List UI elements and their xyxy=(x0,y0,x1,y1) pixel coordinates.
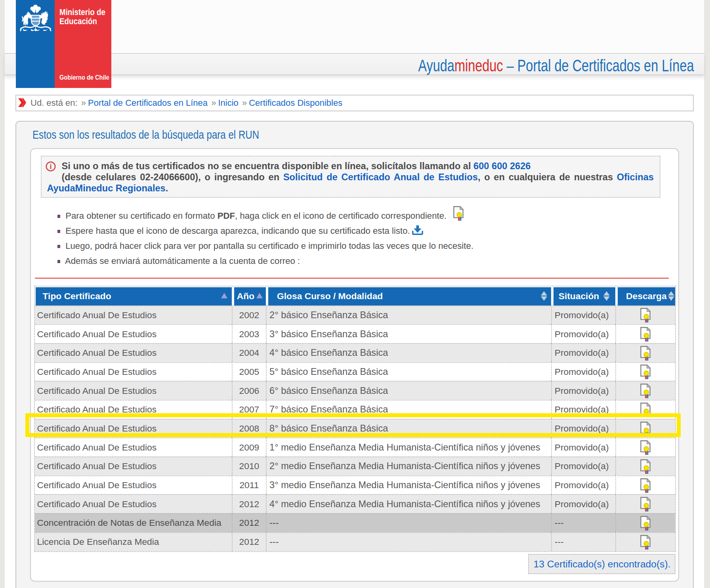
svg-text:i: i xyxy=(50,162,52,170)
